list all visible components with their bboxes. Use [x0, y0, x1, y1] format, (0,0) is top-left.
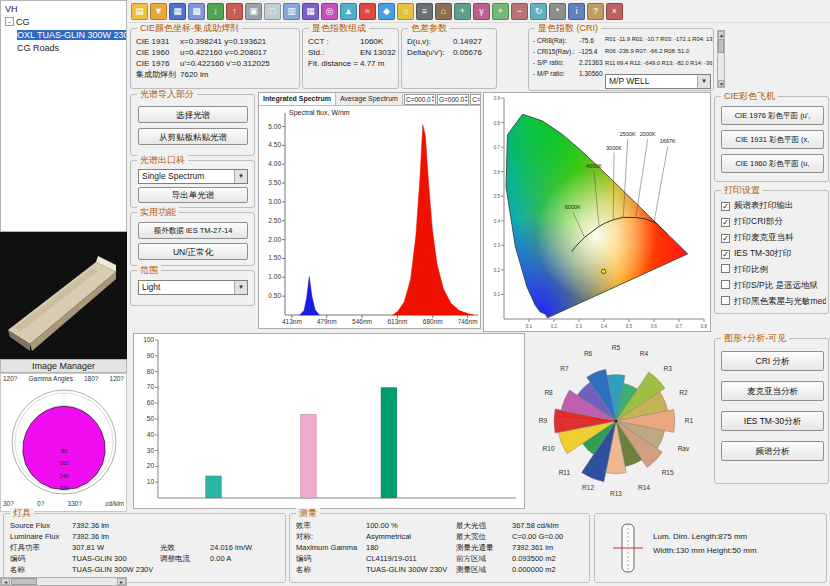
angle-spinner[interactable]: C=000▴▾: [470, 94, 480, 105]
indoor-lighting-icon[interactable]: ⌂: [435, 3, 452, 20]
scroll-right-icon[interactable]: ►: [117, 578, 126, 585]
toolbar: ▤▼▦▩↓↑▣□▥▦◎▲≈◆☼≡⌂+γ+−↻*i?×: [128, 0, 830, 23]
checkbox-unchecked-icon[interactable]: [721, 264, 730, 273]
tree-item[interactable]: -CG: [1, 16, 126, 29]
cartesian-diagram-icon[interactable]: ▲: [340, 3, 357, 20]
checkbox-checked-icon[interactable]: ✓: [721, 234, 730, 243]
open-project-icon[interactable]: ▤: [131, 3, 148, 20]
tab-average-spectrum[interactable]: Average Spectrum: [336, 93, 403, 106]
settings-icon[interactable]: *: [549, 3, 566, 20]
group-spectrum-import: 光谱导入部分 选择光谱 从剪贴板粘贴光谱: [130, 94, 255, 156]
print-option[interactable]: ✓IES TM-30打印: [721, 245, 826, 261]
export-spectrum-button[interactable]: 导出单光谱: [138, 187, 248, 203]
info-icon[interactable]: i: [568, 3, 585, 20]
spectrum-analysis-button[interactable]: 频谱分析: [721, 441, 824, 461]
spinner-arrows-icon[interactable]: ▴▾: [432, 95, 435, 103]
tree-item[interactable]: CG Roads: [1, 42, 126, 55]
refresh-icon[interactable]: ↻: [530, 3, 547, 20]
info-value: TUAS-GLIN 300W 230V: [366, 564, 456, 575]
checkbox-checked-icon[interactable]: ✓: [721, 202, 730, 211]
print-icon[interactable]: ▣: [245, 3, 262, 20]
info-value: EN 13032 4 2015: [360, 47, 396, 58]
group-title: 测量: [296, 508, 320, 518]
tree-expander-icon[interactable]: -: [5, 17, 14, 26]
print-preview-icon[interactable]: □: [264, 3, 281, 20]
gamma-curves-icon[interactable]: γ: [473, 3, 490, 20]
cie1960-plane-button[interactable]: CIE 1960 彩色平面 (u,: [721, 154, 824, 173]
info-row: CCT :1060K: [308, 36, 396, 47]
angle-spinner[interactable]: G=000.0▴▾: [437, 94, 469, 105]
left-panel-scrollbar[interactable]: ◄ ►: [0, 577, 127, 586]
info-label: Luminaire Flux: [10, 531, 72, 542]
checkbox-unchecked-icon[interactable]: [721, 280, 730, 289]
cri-r-values-row: R06 -236.9 R07: -66.2 R08: 51.0: [605, 45, 713, 57]
polar-diagram-icon[interactable]: ◎: [321, 3, 338, 20]
scrollbar-thumb[interactable]: [11, 578, 37, 585]
mp-dropdown[interactable]: M/P WELL ▼: [605, 74, 711, 89]
info-label: - M/P ratio:: [533, 68, 579, 79]
info-row: CIE 1931x=0.398241 y=0.193621: [136, 36, 297, 47]
project-tree[interactable]: VH-CGOXL TUAS-GLIN 300W 230V TUASCG Road…: [0, 0, 127, 232]
lamp-icon[interactable]: ☼: [397, 3, 414, 20]
range-dropdown[interactable]: Light ▼: [138, 280, 248, 295]
scroll-down-icon[interactable]: ▼: [718, 80, 724, 87]
info-row: 集成助焊剂7620 lm: [136, 69, 297, 80]
print-option[interactable]: 打印比例: [721, 261, 826, 277]
cie-chromaticity-diagram: 0.10.20.30.40.50.60.70.80.10.20.30.40.50…: [484, 93, 710, 331]
info-value: 7392.36 lm: [72, 520, 160, 531]
print-option[interactable]: 打印黑色素屋与光敏med: [721, 293, 826, 309]
spectrum-export-dropdown[interactable]: Single Spectrum ▼: [138, 169, 248, 184]
svg-text:Spectral flux, W/nm: Spectral flux, W/nm: [289, 109, 350, 117]
exit-icon[interactable]: ×: [606, 3, 623, 20]
svg-text:R6: R6: [584, 350, 593, 357]
save-icon[interactable]: ▦: [169, 3, 186, 20]
import-file-icon[interactable]: ↓: [207, 3, 224, 20]
panel-title: CIE颜色坐标-集成助焊剂: [137, 23, 242, 33]
zoom-in-icon[interactable]: +: [492, 3, 509, 20]
tab-integrated-spectrum[interactable]: Integrated Spectrum: [259, 93, 336, 106]
spinner-arrows-icon[interactable]: ▴▾: [465, 95, 468, 103]
road-lighting-icon[interactable]: ≡: [416, 3, 433, 20]
scroll-left-icon[interactable]: ◄: [1, 578, 10, 585]
cie-diagram-icon[interactable]: ◆: [378, 3, 395, 20]
open-photometry-icon[interactable]: ▼: [150, 3, 167, 20]
copy-icon[interactable]: ▥: [283, 3, 300, 20]
tree-item[interactable]: VH: [1, 3, 126, 16]
bar-chart: 102030405060708090100: [134, 334, 524, 508]
info-value: 0.05676: [453, 47, 493, 58]
angle-label: 0?: [37, 499, 44, 509]
extra-data-tm27-button[interactable]: 额外数据 IES TM-27-14: [138, 222, 248, 239]
help-icon[interactable]: ?: [587, 3, 604, 20]
save-as-icon[interactable]: ▩: [188, 3, 205, 20]
tm30-analysis-button[interactable]: IES TM-30分析: [721, 411, 824, 431]
scrollbar-thumb[interactable]: [718, 39, 724, 53]
cie1976-plane-button[interactable]: CIE 1976 彩色平面 (u',: [721, 106, 824, 125]
print-option[interactable]: 打印S/P比 是遥远地狱: [721, 277, 826, 293]
checkbox-checked-icon[interactable]: ✓: [721, 218, 730, 227]
paste-spectrum-button[interactable]: 从剪贴板粘贴光谱: [138, 128, 248, 145]
info-label: 名称: [10, 564, 72, 575]
cri-analysis-button[interactable]: CRI 分析: [721, 351, 824, 371]
select-spectrum-button[interactable]: 选择光谱: [138, 106, 248, 123]
cie1931-plane-button[interactable]: CIE 1931 彩色平面 (x,: [721, 130, 824, 149]
cri-scrollbar[interactable]: ▲ ▼: [717, 30, 725, 88]
info-value: 0.00 A: [210, 553, 280, 564]
angle-spinner[interactable]: C=000.0▴▾: [404, 94, 436, 105]
print-option[interactable]: ✓频谱表打印输出: [721, 197, 826, 213]
tree-item[interactable]: OXL TUAS-GLIN 300W 230V TUAS: [1, 29, 126, 42]
print-option[interactable]: ✓打印麦克亚当科: [721, 229, 826, 245]
normalize-button[interactable]: UN/正常化: [138, 243, 248, 260]
checkbox-unchecked-icon[interactable]: [721, 296, 730, 305]
print-option[interactable]: ✓打印CRI部分: [721, 213, 826, 229]
info-label: D(u,v):: [407, 36, 453, 47]
table-view-icon[interactable]: ▦: [302, 3, 319, 20]
export-file-icon[interactable]: ↑: [226, 3, 243, 20]
macadam-analysis-button[interactable]: 麦克亚当分析: [721, 381, 824, 401]
spectrum-view-icon[interactable]: ≈: [359, 3, 376, 20]
spectrum-export-dropdown-value: Single Spectrum: [142, 171, 204, 181]
zoom-out-icon[interactable]: −: [511, 3, 528, 20]
scroll-up-icon[interactable]: ▲: [718, 31, 724, 38]
print-option-label: 打印CRI部分: [734, 216, 783, 226]
checkbox-checked-icon[interactable]: ✓: [721, 250, 730, 259]
calculator-icon[interactable]: +: [454, 3, 471, 20]
